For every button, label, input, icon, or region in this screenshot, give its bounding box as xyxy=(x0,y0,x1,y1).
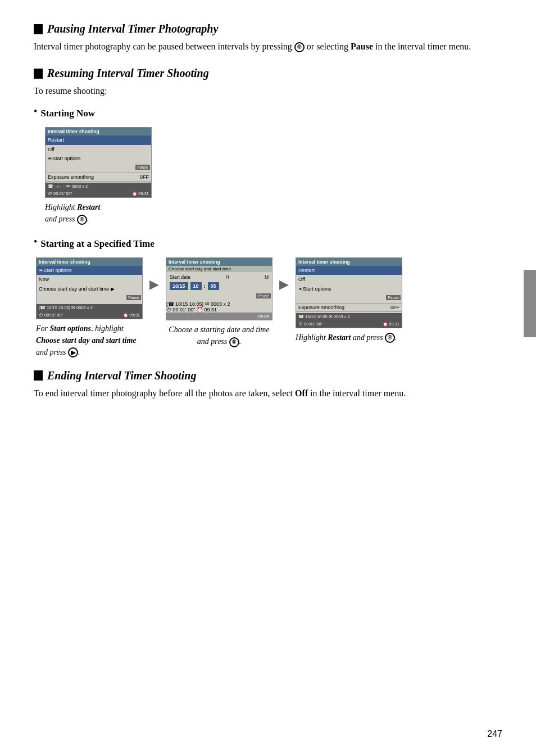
bottom-info-1: ☎ --/-- -- ✉ 0003 x 2 xyxy=(48,184,88,189)
resuming-intro: To resume shooting: xyxy=(34,84,502,98)
restart-screen-container: Interval timer shooting Restart Off ❧Sta… xyxy=(45,127,502,225)
pause-row-3: Pause xyxy=(166,292,272,301)
ok-icon-2: ® xyxy=(77,215,87,225)
date-subtitle: Choose start day and start time xyxy=(166,266,272,272)
restart-caption: Highlight Restart and press ®. xyxy=(45,201,502,225)
ok-icon: ® xyxy=(294,42,305,52)
bullet-dot: • xyxy=(34,106,37,118)
starting-now-heading: Starting Now xyxy=(40,108,95,119)
bottom-info-3: ⏰ 09:31 xyxy=(132,191,149,196)
caption-1: For Start options, highlight Choose star… xyxy=(36,323,143,358)
starting-specified-bullet: • Starting at a Specified Time xyxy=(34,236,502,255)
pause-row-2: Pause xyxy=(37,294,142,303)
resuming-heading: Resuming Interval Timer Shooting xyxy=(34,67,502,80)
ok-bar: OKOK xyxy=(166,313,272,320)
date-val: 10/15 xyxy=(170,282,188,290)
hour-val: 10 xyxy=(190,282,202,290)
pause-btn-3: Pause xyxy=(256,293,271,298)
pausing-heading: Pausing Interval Timer Photography xyxy=(34,22,502,35)
bottom-bar-1: ☎ --/-- -- ✉ 0003 x 2 xyxy=(46,183,151,190)
caption-3: Highlight Restart and press ®. xyxy=(296,332,402,343)
page-number: 247 xyxy=(487,729,502,739)
pause-btn-2: Pause xyxy=(126,295,141,300)
bottom-bar-5: [☎ 10/15 10:05] ✉ 0003 x 2 xyxy=(166,301,272,307)
exposure-val: 0FF xyxy=(140,174,149,180)
bottom-r2-3: ⏰ 09:31 xyxy=(383,322,399,327)
start-options-screen: Interval timer shooting ❧Start options N… xyxy=(36,257,143,319)
menu-off: Off xyxy=(46,145,151,155)
exposure-label-2: Exposure smoothing xyxy=(298,305,344,310)
screen-title-4: Interval timer shooting xyxy=(296,258,402,266)
caption-press: and press ®. xyxy=(45,215,89,223)
bottom-time-2: ⏰ 09:31 xyxy=(197,307,217,313)
screen-col-1: Interval timer shooting ❧Start options N… xyxy=(36,257,143,358)
bottom-bar-2: ⏱ 00:01' 00" ⏰ 09:31 xyxy=(46,190,151,197)
bottom-bar-8: ⏱ 00:01' 00" ⏰ 09:31 xyxy=(296,320,402,328)
starting-specified-section: • Starting at a Specified Time Interval … xyxy=(34,236,502,358)
arrow-icon-1: ▶ xyxy=(149,277,159,292)
caption-2: Choose a starting date and time and pres… xyxy=(166,324,272,347)
bottom-bar-4: ⏱ 00:01' 00" ⏰ 09:31 xyxy=(37,311,142,319)
bottom-bar-6: ⏱ 00:01' 00" ⏰ 09:31 xyxy=(166,307,272,313)
menu-start-opts: ❧Start options xyxy=(37,266,142,275)
exposure-val-2: 0FF xyxy=(390,305,399,310)
menu-sep-4 xyxy=(296,311,402,312)
bottom-time-1: ⏱ 00:01' 00" xyxy=(166,307,195,313)
exposure-row-2: Exposure smoothing 0FF xyxy=(296,304,402,311)
screen-col-2: Interval timer shooting Choose start day… xyxy=(166,257,272,347)
menu-start-options: ❧Start options xyxy=(46,154,151,164)
screen-title-2: Interval timer shooting xyxy=(37,258,142,266)
ok-icon-3: ® xyxy=(229,337,239,347)
start-date-label: Start date xyxy=(170,274,190,280)
screen-title-1: Interval timer shooting xyxy=(46,128,151,135)
pause-row-4: Pause xyxy=(296,294,402,303)
starting-specified-heading: Starting at a Specified Time xyxy=(40,238,154,250)
m-label: M xyxy=(265,274,269,280)
bottom-r2-1: ☎ 10/15 10:05 ✉ 0003 x 2 xyxy=(298,314,350,319)
menu-start-opts-2: ❧Start options xyxy=(296,284,402,294)
ending-heading: Ending Interval Timer Shooting xyxy=(34,369,502,382)
ok-icon-4: ® xyxy=(385,333,395,343)
three-screens-row: Interval timer shooting ❧Start options N… xyxy=(36,257,502,358)
menu-restart-2: Restart xyxy=(296,266,402,275)
starting-now-bullet: • Starting Now xyxy=(34,106,502,125)
bottom-left-2: ⏱ 00:01' 00" xyxy=(39,313,63,318)
pausing-body: Interval timer photography can be paused… xyxy=(34,40,502,53)
caption-highlight: Highlight Restart xyxy=(45,203,100,211)
menu-restart: Restart xyxy=(46,135,151,145)
bottom-info-2: ⏱ 00:01' 00" xyxy=(48,191,72,196)
date-label-row: Start date H M xyxy=(166,272,272,281)
section-icon-2 xyxy=(34,69,43,79)
restart-screen-2: Interval timer shooting Restart Off ❧Sta… xyxy=(296,257,402,328)
bottom-date-1: [☎ 10/15 10:05] ✉ 0003 x 2 xyxy=(166,301,230,307)
arrow-icon-2: ▶ xyxy=(279,277,289,292)
resuming-section: Resuming Interval Timer Shooting To resu… xyxy=(34,67,502,358)
pause-btn-4: Pause xyxy=(386,295,401,300)
pause-button: Pause xyxy=(135,165,150,170)
ending-section: Ending Interval Timer Shooting To end in… xyxy=(34,369,502,400)
screen-title-3: Interval timer shooting xyxy=(166,258,272,266)
starting-now-section: • Starting Now Interval timer shooting R… xyxy=(34,106,502,225)
pause-row: Pause xyxy=(46,164,151,173)
colon-sep: : xyxy=(204,283,206,289)
arrow-2: ▶ xyxy=(279,277,289,292)
date-picker-screen: Interval timer shooting Choose start day… xyxy=(166,257,272,320)
menu-choose-start: Choose start day and start time ▶ xyxy=(37,284,142,294)
menu-now: Now xyxy=(37,275,142,284)
ok-label: OKOK xyxy=(257,314,270,319)
date-values: 10/15 10 : 05 xyxy=(166,281,272,292)
bullet-dot-2: • xyxy=(34,236,37,248)
min-val: 05 xyxy=(208,282,219,290)
arrow-1: ▶ xyxy=(149,277,159,292)
right-margin-bar xyxy=(524,270,536,337)
exposure-label: Exposure smoothing xyxy=(48,174,94,180)
menu-sep-2 xyxy=(46,181,151,182)
h-label: H xyxy=(226,274,229,280)
right-arrow-icon: ▶ xyxy=(68,347,78,357)
ending-body: To end interval timer photography before… xyxy=(34,387,502,400)
menu-off-2: Off xyxy=(296,275,402,284)
bottom-right-2: ⏰ 09:31 xyxy=(123,313,140,318)
bottom-r2-2: ⏱ 00:01' 00" xyxy=(298,322,322,327)
bottom-bar-3: [☎ 10/15 10:05] ✉ 0003 x 2 xyxy=(37,304,142,311)
bottom-bar-7: ☎ 10/15 10:05 ✉ 0003 x 2 xyxy=(296,313,402,320)
